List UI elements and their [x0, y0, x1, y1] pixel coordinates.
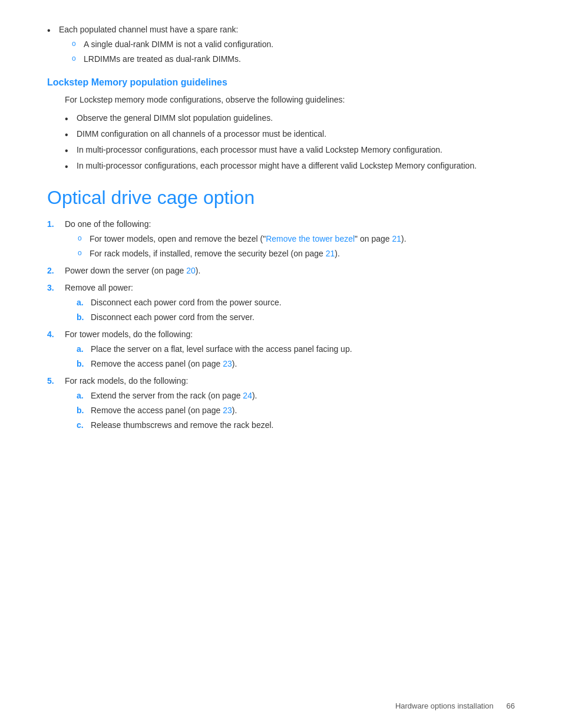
- footer-page: 66: [507, 701, 515, 710]
- lockstep-bullet-list: Observe the general DIMM slot population…: [65, 112, 515, 172]
- step-1-num: 1.: [47, 218, 54, 230]
- step-4-alpha-list: a. Place the server on a flat, level sur…: [77, 343, 515, 370]
- step-4: 4. For tower models, do the following: a…: [47, 328, 515, 370]
- step-4-text: For tower models, do the following:: [65, 330, 193, 339]
- step-5c-text: Release thumbscrews and remove the rack …: [91, 420, 273, 430]
- step-3a: a. Disconnect each power cord from the p…: [77, 297, 515, 309]
- step-5c: c. Release thumbscrews and remove the ra…: [77, 419, 515, 431]
- step-2: 2. Power down the server (on page 20).: [47, 265, 515, 277]
- step-5-num: 5.: [47, 375, 54, 387]
- top-bullet-text: Each populated channel must have a spare…: [59, 25, 238, 34]
- lockstep-intro: For Lockstep memory mode configurations,…: [65, 94, 515, 106]
- page-21-link-1[interactable]: 21: [392, 234, 401, 243]
- step-4a-label: a.: [77, 343, 84, 355]
- lockstep-bullet-4: In multi-processor configurations, each …: [65, 160, 515, 172]
- lockstep-bullet-1: Observe the general DIMM slot population…: [65, 112, 515, 124]
- step-3b-label: b.: [77, 311, 84, 324]
- step-3a-text: Disconnect each power cord from the powe…: [91, 298, 282, 307]
- page-20-link[interactable]: 20: [186, 266, 196, 275]
- step-3-alpha-list: a. Disconnect each power cord from the p…: [77, 297, 515, 324]
- step-1-sub-list: For tower models, open and remove the be…: [77, 233, 515, 260]
- sub-list-item-1: A single dual-rank DIMM is not a valid c…: [71, 38, 515, 51]
- footer-separator: [495, 701, 504, 710]
- sub-item-text-1: A single dual-rank DIMM is not a valid c…: [84, 39, 273, 49]
- lockstep-bullet-2: DIMM configuration on all channels of a …: [65, 128, 515, 140]
- page-footer: Hardware options installation 66: [395, 701, 515, 710]
- step-3-text: Remove all power:: [65, 283, 133, 292]
- step-5b-label: b.: [77, 404, 84, 417]
- step-4-num: 4.: [47, 328, 54, 341]
- step-5c-label: c.: [77, 419, 84, 431]
- step-5: 5. For rack models, do the following: a.…: [47, 375, 515, 431]
- step-3: 3. Remove all power: a. Disconnect each …: [47, 282, 515, 324]
- step-1-sub-a: For tower models, open and remove the be…: [77, 233, 515, 245]
- step-3a-label: a.: [77, 297, 84, 309]
- page-container: Each populated channel must have a spare…: [0, 0, 562, 472]
- page-23-link-2[interactable]: 23: [223, 406, 232, 415]
- page-23-link-1[interactable]: 23: [223, 359, 232, 368]
- step-4b-label: b.: [77, 358, 84, 370]
- step-2-num: 2.: [47, 265, 54, 277]
- page-21-link-2[interactable]: 21: [326, 249, 335, 258]
- optical-section: Optical drive cage option 1. Do one of t…: [47, 186, 515, 431]
- sub-list-item-2: LRDIMMs are treated as dual-rank DIMMs.: [71, 53, 515, 65]
- optical-steps-list: 1. Do one of the following: For tower mo…: [47, 218, 515, 431]
- footer-text: Hardware options installation: [395, 701, 494, 710]
- page-24-link[interactable]: 24: [243, 391, 252, 400]
- step-5b: b. Remove the access panel (on page 23).: [77, 404, 515, 417]
- top-section: Each populated channel must have a spare…: [47, 24, 515, 65]
- step-1: 1. Do one of the following: For tower mo…: [47, 218, 515, 260]
- step-5a-label: a.: [77, 390, 84, 402]
- step-5-alpha-list: a. Extend the server from the rack (on p…: [77, 390, 515, 431]
- lockstep-heading: Lockstep Memory population guidelines: [47, 77, 515, 88]
- remove-tower-bezel-link[interactable]: Remove the tower bezel: [266, 234, 355, 243]
- step-5a: a. Extend the server from the rack (on p…: [77, 390, 515, 402]
- lockstep-section: Lockstep Memory population guidelines Fo…: [47, 77, 515, 172]
- optical-main-heading: Optical drive cage option: [47, 186, 515, 209]
- top-sub-list: A single dual-rank DIMM is not a valid c…: [71, 38, 515, 65]
- step-3b: b. Disconnect each power cord from the s…: [77, 311, 515, 324]
- step-3b-text: Disconnect each power cord from the serv…: [91, 312, 254, 322]
- step-1-sub-b: For rack models, if installed, remove th…: [77, 248, 515, 260]
- step-5-text: For rack models, do the following:: [65, 376, 188, 386]
- step-1-text: Do one of the following:: [65, 219, 151, 229]
- step-4b: b. Remove the access panel (on page 23).: [77, 358, 515, 370]
- lockstep-bullet-3: In multi-processor configurations, each …: [65, 144, 515, 156]
- top-bullet-list: Each populated channel must have a spare…: [47, 24, 515, 65]
- sub-item-text-2: LRDIMMs are treated as dual-rank DIMMs.: [84, 54, 241, 64]
- step-4a: a. Place the server on a flat, level sur…: [77, 343, 515, 355]
- top-bullet-item: Each populated channel must have a spare…: [47, 24, 515, 65]
- step-4a-text: Place the server on a flat, level surfac…: [91, 344, 352, 354]
- step-3-num: 3.: [47, 282, 54, 294]
